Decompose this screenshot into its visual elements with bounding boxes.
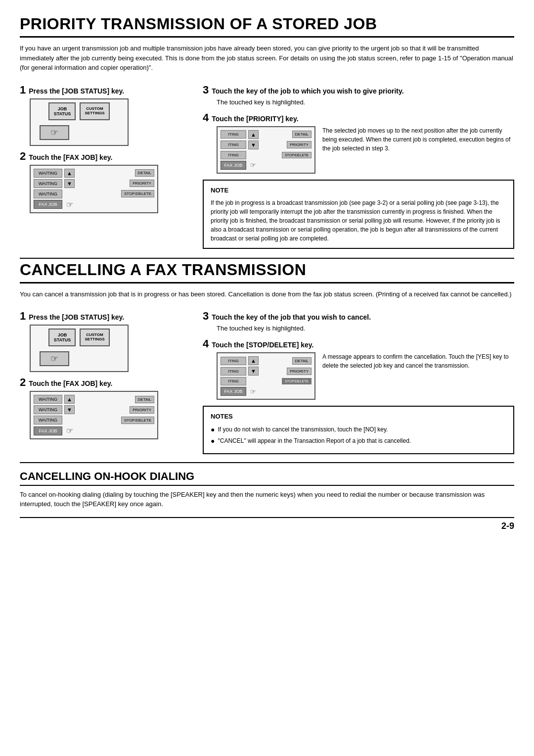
step4-desc: The selected job moves up to the next po… — [322, 126, 514, 174]
c-iting-1: ITING — [221, 357, 246, 365]
note2-bullet-1: ● If you do not wish to cancel the trans… — [211, 425, 506, 435]
step4-label: Touch the [PRIORITY] key. — [212, 115, 298, 123]
hand-icon-1: ☞ — [50, 127, 58, 138]
page1-intro: If you have an urgent transmission job a… — [20, 44, 514, 73]
c-step3-sub: The touched key is highlighted. — [217, 324, 514, 333]
step3-label: Touch the key of the job to which you wi… — [212, 87, 403, 95]
c-priority-2: PRIORITY — [287, 368, 312, 375]
stop-delete-btn-1: STOP/DELETE — [121, 190, 154, 197]
section-divider-2 — [20, 462, 514, 463]
c-detail-2: DETAIL — [292, 357, 312, 365]
step1-number: 1 — [20, 85, 26, 95]
c-down-arr: ▼ — [248, 367, 259, 376]
bullet-dot-1: ● — [211, 425, 215, 435]
c-step2-header: 2 Touch the [FAX JOB] key. — [20, 377, 188, 388]
c-step2-num: 2 — [20, 377, 26, 388]
note2-text-2: "CANCEL" will appear in the Transaction … — [218, 436, 411, 446]
c-waiting-2: WAITING — [34, 405, 62, 414]
fax-job-2: FAX JOB — [221, 161, 246, 170]
fax-job-row-2: FAX JOB ☞ — [221, 161, 312, 170]
detail-2: DETAIL — [292, 131, 312, 138]
up-arrow-1: ▲ — [64, 169, 75, 178]
note2-bullet-2: ● "CANCEL" will appear in the Transactio… — [211, 436, 506, 446]
step4-number: 4 — [203, 112, 209, 123]
iting-2: ITING — [221, 141, 246, 149]
fax-job-btn-1: FAX JOB — [34, 200, 62, 209]
custom-settings-key-2: CUSTOMSETTINGS — [80, 329, 109, 346]
c-step3-num: 3 — [203, 311, 209, 322]
notes-title-2: NOTES — [211, 412, 506, 422]
notes-box-2: NOTES ● If you do not wish to cancel the… — [203, 406, 514, 454]
fax-job-diagram-2: WAITING ▲ DETAIL WAITING ▼ PRIORITY WAIT… — [30, 391, 158, 439]
step2-header: 2 Touch the [FAX JOB] key. — [20, 151, 188, 162]
c-step4-area: ITING ▲ DETAIL ITING ▼ PRIORITY ITING ST… — [217, 352, 514, 400]
c-step4-header: 4 Touch the [STOP/DELETE] key. — [203, 338, 514, 349]
c-step1-header: 1 Press the [JOB STATUS] key. — [20, 311, 188, 322]
hand-icon-c3: ☞ — [250, 388, 256, 395]
step2-label: Touch the [FAX JOB] key. — [29, 153, 112, 161]
iting-1: ITING — [221, 130, 246, 139]
c-fax-job-btn: FAX JOB — [34, 426, 62, 435]
c-stop-delete: STOP/DELETE — [121, 417, 154, 424]
c-waiting-1: WAITING — [34, 395, 62, 404]
hand-icon-2: ☞ — [66, 200, 73, 209]
c-step3-header: 3 Touch the key of the job that you wish… — [203, 311, 514, 322]
c-up-arr: ▲ — [248, 356, 259, 365]
priority-2: PRIORITY — [287, 141, 312, 148]
main-content-grid: 1 Press the [JOB STATUS] key. JOBSTATUS … — [20, 81, 514, 249]
job-status-key: JOBSTATUS — [48, 102, 76, 120]
step1-label: Press the [JOB STATUS] key. — [29, 87, 124, 95]
jstatus-top-keys-2: JOBSTATUS CUSTOMSETTINGS — [35, 329, 124, 346]
page1-title: Priority Transmission of a Stored Job — [20, 15, 514, 38]
hand-icon-c1: ☞ — [50, 353, 58, 364]
c-priority: PRIORITY — [130, 406, 154, 414]
c-waiting-3: WAITING — [34, 416, 62, 425]
sub-intro: To cancel on-hooking dialing (dialing by… — [20, 490, 514, 509]
page2-title: Cancelling a Fax Transmission — [20, 261, 514, 284]
step3-header: 3 Touch the key of the job to which you … — [203, 85, 514, 95]
step1-header: 1 Press the [JOB STATUS] key. — [20, 85, 188, 95]
waiting-btn-3: WAITING — [34, 189, 62, 198]
note-text-1: If the job in progress is a broadcast tr… — [211, 198, 506, 243]
c-down-arrow: ▼ — [64, 405, 75, 414]
job-status-diagram-2: JOBSTATUS CUSTOMSETTINGS ☞ — [30, 325, 129, 372]
note-box-1: NOTE If the job in progress is a broadca… — [203, 180, 514, 249]
step3-number: 3 — [203, 85, 209, 95]
bullet-dot-2: ● — [211, 436, 215, 446]
hand-icon-c2: ☞ — [66, 426, 73, 435]
c-iting-3: ITING — [221, 377, 246, 385]
c-step4-label: Touch the [STOP/DELETE] key. — [212, 341, 313, 349]
left-column: 1 Press the [JOB STATUS] key. JOBSTATUS … — [20, 81, 188, 249]
subsection-title: Cancelling On-Hook Dialing — [20, 470, 514, 486]
note2-text-1: If you do not wish to cancel the transmi… — [218, 425, 388, 435]
c-step3-label: Touch the key of the job that you wish t… — [212, 313, 371, 321]
job-status-diagram-1: JOBSTATUS CUSTOMSETTINGS ☞ — [30, 98, 129, 146]
fax-job-row-1: FAX JOB ☞ — [34, 200, 154, 209]
c-up-arrow: ▲ — [64, 395, 75, 404]
job-status-key-2: JOBSTATUS — [48, 329, 76, 346]
page2-intro: You can cancel a transmission job that i… — [20, 289, 514, 299]
stop-delete-diagram: ITING ▲ DETAIL ITING ▼ PRIORITY ITING ST… — [217, 352, 315, 400]
section-divider-1 — [20, 258, 514, 259]
step4-header: 4 Touch the [PRIORITY] key. — [203, 112, 514, 123]
custom-settings-key: CUSTOMSETTINGS — [80, 102, 109, 120]
cancel-left-col: 1 Press the [JOB STATUS] key. JOBSTATUS … — [20, 307, 188, 454]
note-title-1: NOTE — [211, 186, 506, 195]
c-step4-num: 4 — [203, 338, 209, 349]
c-step1-num: 1 — [20, 311, 26, 322]
c-fax-job-3: FAX JOB — [221, 387, 246, 396]
waiting-btn-2: WAITING — [34, 179, 62, 188]
cancel-right-col: 3 Touch the key of the job that you wish… — [203, 307, 514, 454]
c-step4-desc: A message appears to confirm the cancell… — [322, 352, 514, 400]
hand-icon-3: ☞ — [250, 161, 256, 169]
page-footer: 2-9 — [20, 517, 514, 531]
page-number: 2-9 — [501, 521, 514, 531]
c-step1-label: Press the [JOB STATUS] key. — [29, 313, 124, 321]
c-stop-del-2: STOP/DELETE — [282, 378, 312, 384]
priority-diagram: ITING ▲ DETAIL ITING ▼ PRIORITY ITING ST… — [217, 126, 315, 174]
step3-sub: The touched key is highlighted. — [217, 97, 514, 107]
c-step2-label: Touch the [FAX JOB] key. — [29, 379, 112, 387]
up-arr-2: ▲ — [248, 130, 259, 139]
waiting-btn-1: WAITING — [34, 169, 62, 178]
iting-3: ITING — [221, 151, 246, 159]
